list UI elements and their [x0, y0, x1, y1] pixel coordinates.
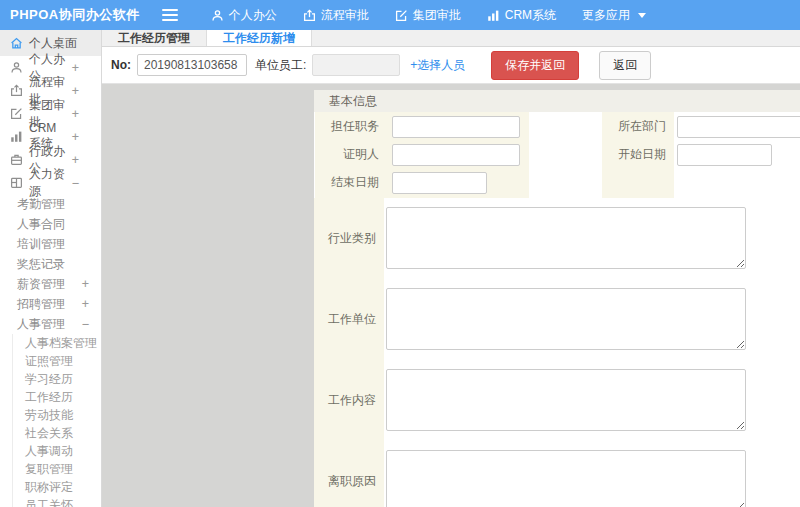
tab-work-history-manage[interactable]: 工作经历管理	[102, 30, 207, 46]
content-area: 基本信息 担任职务 所在部门 证明人 开始日	[102, 84, 800, 507]
no-input[interactable]	[137, 54, 247, 76]
position-input[interactable]	[392, 116, 520, 138]
form-panel: 基本信息 担任职务 所在部门 证明人 开始日	[314, 90, 800, 507]
chart-icon	[10, 130, 23, 143]
sidebar-item-label: 劳动技能	[25, 407, 73, 424]
nav-crm-system[interactable]: CRM系统	[474, 0, 569, 30]
form-row: 离职原因	[314, 441, 800, 507]
nav-workflow-approval[interactable]: 流程审批	[290, 0, 382, 30]
work-content-textarea[interactable]	[386, 369, 746, 431]
sidebar-item-hr-contract[interactable]: 人事合同	[0, 214, 101, 234]
sidebar-personnel-submenu: 人事档案管理 证照管理 学习经历 工作经历 劳动技能 社会关系 人事调动 复职管…	[12, 334, 101, 507]
industry-textarea[interactable]	[386, 207, 746, 269]
sidebar-item-reinstatement[interactable]: 复职管理	[13, 460, 101, 478]
tab-bar: 工作经历管理 工作经历新增	[102, 30, 800, 47]
sidebar-item-personnel-transfer[interactable]: 人事调动	[13, 442, 101, 460]
sidebar-item-social-relations[interactable]: 社会关系	[13, 424, 101, 442]
certifier-input[interactable]	[392, 144, 520, 166]
nav-personal-office[interactable]: 个人办公	[198, 0, 290, 30]
sidebar-item-certificates[interactable]: 证照管理	[13, 352, 101, 370]
form-row: 工作单位	[314, 279, 800, 360]
sidebar-item-label: 薪资管理	[17, 276, 65, 293]
caret-down-icon	[638, 13, 646, 18]
sidebar-item-label: 证照管理	[25, 353, 73, 370]
home-icon	[10, 37, 23, 50]
briefcase-icon	[10, 153, 23, 166]
sidebar-item-recruit[interactable]: 招聘管理+	[0, 294, 101, 314]
sidebar-item-employee-care[interactable]: 员工关怀	[13, 496, 101, 507]
app-window: PHPOA协同办公软件 个人办公 流程审批 集团审批 CRM系统 更多应用	[0, 0, 800, 507]
nav-more-apps[interactable]: 更多应用	[569, 0, 659, 30]
nav-item-label: 更多应用	[582, 7, 630, 24]
sidebar-item-hr[interactable]: 人力资源 −	[0, 171, 101, 194]
form-row: 工作内容	[314, 360, 800, 441]
expand-minus-icon[interactable]: −	[82, 317, 101, 331]
sidebar-item-label: 招聘管理	[17, 296, 65, 313]
sidebar-item-label: 人事管理	[17, 316, 65, 333]
nav-group-approval[interactable]: 集团审批	[382, 0, 474, 30]
chart-icon	[487, 9, 500, 22]
sidebar-item-label: 考勤管理	[17, 196, 65, 213]
tab-work-history-new[interactable]: 工作经历新增	[207, 30, 312, 46]
edit-icon	[395, 9, 408, 22]
employee-input[interactable]	[312, 54, 400, 76]
company-textarea[interactable]	[386, 288, 746, 350]
employee-label: 单位员工:	[255, 57, 306, 74]
expand-plus-icon[interactable]: +	[72, 84, 91, 98]
end-date-label: 结束日期	[314, 174, 386, 191]
sidebar-item-label: 职称评定	[25, 479, 73, 496]
sidebar-item-label: 员工关怀	[25, 497, 73, 507]
sidebar-item-label: 人力资源	[29, 166, 66, 200]
sidebar-item-label: 人事调动	[25, 443, 73, 460]
leave-reason-textarea[interactable]	[386, 450, 746, 507]
sidebar-hr-submenu: 考勤管理 人事合同 培训管理 奖惩记录 薪资管理+ 招聘管理+ 人事管理− 人事…	[0, 194, 101, 507]
sidebar-item-salary[interactable]: 薪资管理+	[0, 274, 101, 294]
department-label: 所在部门	[602, 118, 674, 135]
sidebar-item-personnel-mgmt[interactable]: 人事管理−	[0, 314, 101, 334]
save-return-button[interactable]: 保存并返回	[491, 51, 579, 80]
expand-plus-icon[interactable]: +	[72, 153, 91, 167]
sidebar-item-study-history[interactable]: 学习经历	[13, 370, 101, 388]
sidebar-item-reward-record[interactable]: 奖惩记录	[0, 254, 101, 274]
end-date-input[interactable]	[392, 172, 487, 194]
expand-minus-icon[interactable]: −	[72, 176, 91, 190]
section-title: 基本信息	[314, 90, 800, 112]
start-date-input[interactable]	[677, 144, 772, 166]
app-logo[interactable]: PHPOA协同办公软件	[10, 6, 140, 24]
form-row: 担任职务 所在部门	[314, 112, 800, 140]
sidebar-item-label: 个人桌面	[29, 35, 77, 52]
expand-plus-icon[interactable]: +	[72, 61, 91, 75]
nav-item-label: CRM系统	[505, 7, 556, 24]
return-button[interactable]: 返回	[599, 51, 651, 80]
sidebar-item-label: 培训管理	[17, 236, 65, 253]
nav-item-label: 个人办公	[229, 7, 277, 24]
menu-toggle-icon[interactable]	[162, 9, 178, 21]
sidebar-item-training[interactable]: 培训管理	[0, 234, 101, 254]
expand-plus-icon[interactable]: +	[82, 277, 101, 291]
flow-icon	[10, 84, 23, 97]
basic-info-fields: 担任职务 所在部门 证明人 开始日期 结束日期	[314, 112, 800, 198]
select-person-link[interactable]: +选择人员	[410, 57, 465, 74]
top-navbar: PHPOA协同办公软件 个人办公 流程审批 集团审批 CRM系统 更多应用	[0, 0, 800, 30]
sidebar-item-label: 复职管理	[25, 461, 73, 478]
sidebar-item-label: 工作经历	[25, 389, 73, 406]
sidebar: 个人桌面 个人办公 + 流程审批 + 集团审批 + CRM系统 +	[0, 30, 102, 507]
sidebar-item-label: 学习经历	[25, 371, 73, 388]
sidebar-item-title-evaluation[interactable]: 职称评定	[13, 478, 101, 496]
position-label: 担任职务	[314, 118, 386, 135]
expand-plus-icon[interactable]: +	[72, 130, 91, 144]
hr-icon	[10, 176, 23, 189]
sidebar-item-labor-skills[interactable]: 劳动技能	[13, 406, 101, 424]
expand-plus-icon[interactable]: +	[82, 297, 101, 311]
expand-plus-icon[interactable]: +	[72, 107, 91, 121]
department-input[interactable]	[677, 116, 800, 138]
sidebar-item-attendance[interactable]: 考勤管理	[0, 194, 101, 214]
sidebar-item-personnel-files[interactable]: 人事档案管理	[13, 334, 101, 352]
top-navigation: 个人办公 流程审批 集团审批 CRM系统 更多应用	[198, 0, 659, 30]
user-icon	[10, 61, 23, 74]
sidebar-item-label: 社会关系	[25, 425, 73, 442]
company-label: 工作单位	[314, 279, 384, 360]
sidebar-item-work-history[interactable]: 工作经历	[13, 388, 101, 406]
user-icon	[211, 9, 224, 22]
toolbar: No: 单位员工: +选择人员 保存并返回 返回	[102, 47, 800, 84]
